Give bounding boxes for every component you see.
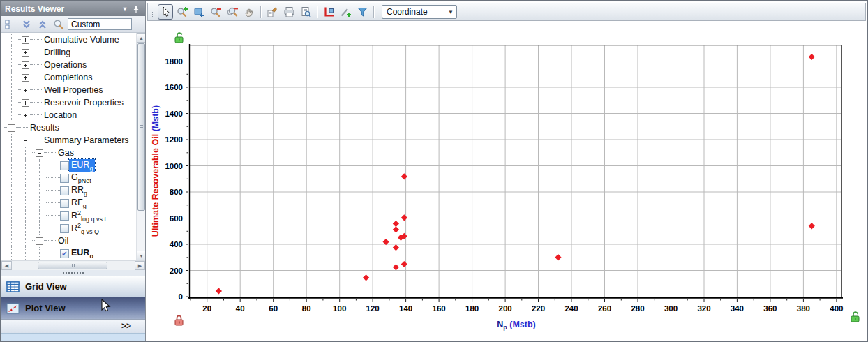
zoom-previous-tool-button[interactable] <box>225 4 240 20</box>
expand-icon[interactable] <box>22 112 29 119</box>
tree-item-label[interactable]: Operations <box>42 59 89 70</box>
tree-item-label[interactable]: EURo <box>69 247 96 260</box>
tree-vertical-scrollbar[interactable]: ▲ ▼ <box>136 33 145 260</box>
tree-item[interactable]: GpNet <box>1 172 136 184</box>
tree-item-label[interactable]: Oil <box>56 235 70 246</box>
add-line-tool-button[interactable] <box>338 4 353 20</box>
copy-tool-button[interactable] <box>264 4 280 20</box>
scroll-up-button[interactable]: ▲ <box>137 33 145 43</box>
tree-item-label[interactable]: EURg <box>69 159 95 172</box>
checkbox-unchecked[interactable] <box>60 224 69 233</box>
scrollbar-thumb[interactable] <box>38 262 107 269</box>
checkbox-unchecked[interactable] <box>60 161 69 170</box>
panel-menu-chevron-icon[interactable]: ▼ <box>119 4 130 14</box>
tree-item[interactable]: EURg <box>1 159 136 172</box>
data-point[interactable] <box>555 254 561 260</box>
tree-item-label[interactable]: Drilling <box>42 47 73 58</box>
expand-icon[interactable] <box>22 87 29 94</box>
x-axis-lock-icon[interactable] <box>174 314 184 329</box>
tree-item-label[interactable]: Location <box>42 110 79 121</box>
search-icon[interactable] <box>52 17 66 31</box>
collapse-icon[interactable] <box>22 137 29 144</box>
expand-icon[interactable] <box>22 99 29 107</box>
pointer-tool-button[interactable] <box>158 4 173 20</box>
tree-item[interactable]: RFg <box>1 197 136 209</box>
tree-item-label[interactable]: Reservoir Properties <box>42 97 126 108</box>
checkbox-unchecked[interactable] <box>60 174 69 183</box>
tree-item[interactable]: Drilling <box>1 46 136 59</box>
tree-item[interactable]: Results <box>1 121 136 134</box>
tree-item-label[interactable]: R2q vs Q <box>69 221 101 236</box>
tree-item[interactable]: Well Properties <box>1 84 136 96</box>
collapse-icon[interactable] <box>36 149 43 157</box>
tree-item[interactable]: Cumulative Volume <box>1 34 136 46</box>
scrollbar-thumb[interactable] <box>137 43 145 211</box>
tree-item[interactable]: ✔EURo <box>1 247 136 260</box>
expand-icon[interactable] <box>22 61 29 69</box>
scroll-right-button[interactable]: ▶ <box>135 261 145 270</box>
checkbox-unchecked[interactable] <box>60 199 69 208</box>
y-axis-unlock-icon[interactable] <box>174 31 184 47</box>
collapse-icon[interactable] <box>8 124 15 132</box>
x-axis-unlock-icon[interactable] <box>850 311 860 326</box>
data-point[interactable] <box>393 221 399 227</box>
tree-item-label[interactable]: GpNet <box>69 172 93 185</box>
tree-item-label[interactable]: Summary Parameters <box>42 135 131 146</box>
tree-horizontal-scrollbar[interactable]: ◀ ▶ <box>1 260 145 270</box>
scroll-left-button[interactable]: ◀ <box>1 261 12 270</box>
data-point[interactable] <box>363 274 369 281</box>
tree-item[interactable]: Gas <box>1 147 136 159</box>
expand-icon[interactable] <box>22 74 29 82</box>
tree-item-label[interactable]: Well Properties <box>42 84 105 96</box>
print-preview-tool-button[interactable] <box>298 4 313 20</box>
print-tool-button[interactable] <box>281 4 297 20</box>
tree-item[interactable]: Oil <box>1 235 136 247</box>
filter-input[interactable] <box>68 18 132 30</box>
tree-item[interactable]: Completions <box>1 71 136 84</box>
data-point[interactable] <box>216 288 222 294</box>
collapse-icon[interactable] <box>36 237 43 245</box>
expand-icon[interactable] <box>22 49 29 57</box>
data-point[interactable] <box>401 214 407 221</box>
checkbox-checked[interactable]: ✔ <box>60 249 69 258</box>
panel-splitter-handle[interactable] <box>1 270 145 276</box>
scroll-down-button[interactable]: ▼ <box>137 251 145 260</box>
expand-icon[interactable] <box>22 36 29 44</box>
plot-view-button[interactable]: Plot View <box>1 297 145 319</box>
tree-item-label[interactable]: Completions <box>42 72 94 83</box>
checkbox-unchecked[interactable] <box>60 211 69 221</box>
checkbox-unchecked[interactable] <box>60 186 69 195</box>
toolbar-grip[interactable] <box>151 6 154 18</box>
tree-item-label[interactable]: Cumulative Volume <box>42 34 121 45</box>
data-point[interactable] <box>401 261 407 267</box>
tree-item[interactable]: Location <box>1 109 136 121</box>
zoom-out-tool-button[interactable] <box>208 4 223 20</box>
axes-tool-button[interactable] <box>321 4 336 20</box>
more-views-button[interactable]: >> <box>1 319 145 333</box>
data-point[interactable] <box>393 264 399 270</box>
tree-item-label[interactable]: RFg <box>69 197 89 210</box>
coordinate-dropdown[interactable]: Coordinate ▼ <box>382 5 457 19</box>
tree-item[interactable]: Reservoir Properties <box>1 96 136 109</box>
tree-item[interactable]: R2log q vs t <box>1 209 136 222</box>
tree-layout-button[interactable] <box>3 17 17 31</box>
zoom-in-tool-button[interactable] <box>174 4 190 20</box>
tree-item[interactable]: Summary Parameters <box>1 134 136 147</box>
filter-tool-button[interactable] <box>354 4 370 20</box>
data-point[interactable] <box>393 226 399 232</box>
grid-view-button[interactable]: Grid View <box>1 276 145 297</box>
tree-item-label[interactable]: Results <box>28 122 61 133</box>
pin-icon[interactable] <box>130 4 142 14</box>
tree-item-label[interactable]: Gas <box>56 147 76 158</box>
expand-all-button[interactable] <box>36 17 50 31</box>
tree-item[interactable]: RRg <box>1 184 136 197</box>
tree-item[interactable]: R2q vs Q <box>1 222 136 235</box>
zoom-window-tool-button[interactable] <box>191 4 207 20</box>
data-point[interactable] <box>401 173 407 179</box>
collapse-all-button[interactable] <box>20 17 33 31</box>
tree-item[interactable]: Operations <box>1 59 136 71</box>
tree-item-label[interactable]: RRg <box>69 184 89 198</box>
data-point[interactable] <box>809 223 815 229</box>
pan-tool-button[interactable] <box>241 4 257 20</box>
data-point[interactable] <box>809 54 815 60</box>
